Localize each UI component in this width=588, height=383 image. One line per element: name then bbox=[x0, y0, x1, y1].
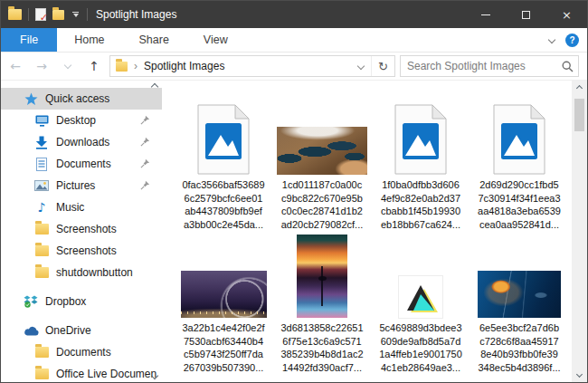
file-item[interactable]: 0fac3566baf53689 6c2579bcfc6ee01 ab44378… bbox=[176, 93, 270, 231]
scrollbar-thumb[interactable] bbox=[574, 99, 584, 131]
forward-button[interactable]: → bbox=[31, 55, 52, 77]
folder-icon bbox=[33, 245, 50, 256]
tab-file[interactable]: File bbox=[1, 28, 57, 52]
sidebar-item-pictures[interactable]: Pictures bbox=[1, 175, 162, 196]
folder-icon bbox=[33, 224, 50, 235]
file-grid: 0fac3566baf53689 6c2579bcfc6ee01 ab44378… bbox=[176, 93, 572, 374]
sidebar-item-documents[interactable]: Documents bbox=[1, 153, 162, 175]
help-icon[interactable]: ? bbox=[565, 34, 579, 47]
sidebar-item-downloads[interactable]: Downloads bbox=[1, 131, 162, 153]
file-item[interactable]: 3a22b1c4e42f0e2f 7530acbf63440b4 c5b9743… bbox=[176, 235, 270, 374]
dropbox-icon bbox=[23, 295, 39, 308]
folder-icon bbox=[33, 267, 50, 278]
properties-icon[interactable] bbox=[35, 8, 46, 21]
sidebar-item-label: shutdownbutton bbox=[56, 266, 133, 279]
titlebar-left: Spotlight Images bbox=[1, 8, 176, 21]
file-name: 1cd011187c0a00c c9bc822c670e95b c0c0ec28… bbox=[281, 178, 364, 231]
explorer-folder-icon bbox=[8, 9, 22, 20]
sidebar-item-label: Quick access bbox=[45, 92, 109, 105]
breadcrumb-arrow-icon: › bbox=[134, 60, 138, 72]
scroll-up-button[interactable] bbox=[572, 81, 587, 96]
image-file-icon bbox=[493, 104, 545, 175]
sunset-needle-photo-thumbnail bbox=[297, 235, 347, 318]
ribbon-right-controls: ? bbox=[549, 28, 587, 52]
pin-icon bbox=[140, 115, 150, 125]
file-thumbnail bbox=[394, 93, 447, 175]
sidebar-item-onedrive[interactable]: OneDrive bbox=[1, 320, 162, 341]
separator bbox=[28, 8, 29, 21]
sidebar-item-label: Screenshots bbox=[56, 223, 117, 235]
chevron-down-icon bbox=[64, 61, 71, 68]
minimize-button[interactable] bbox=[465, 1, 506, 28]
pin-icon bbox=[140, 180, 150, 190]
vertical-scrollbar[interactable] bbox=[572, 81, 587, 382]
file-item[interactable]: 5c469889d3bdee3 609de9afb8d5a7d 1a4ffeb1… bbox=[374, 235, 468, 374]
maximize-button[interactable] bbox=[506, 1, 546, 28]
close-icon: × bbox=[562, 9, 572, 21]
address-bar-right: ↻ bbox=[351, 56, 394, 76]
window-controls: × bbox=[465, 1, 587, 28]
sidebar-item-office-live-documents[interactable]: Office Live Documen bbox=[1, 363, 162, 382]
up-button[interactable]: ↑ bbox=[83, 55, 105, 77]
file-name: 1f0ba0dfbb3d606 4ef9c82e0ab2d37 cbabb1f4… bbox=[381, 178, 460, 231]
back-button[interactable]: ← bbox=[5, 55, 26, 77]
file-name: 5c469889d3bdee3 609de9afb8d5a7d 1a4ffeb1… bbox=[379, 321, 462, 374]
sidebar-item-music[interactable]: ♪ Music bbox=[1, 196, 162, 218]
triangle-logo-thumbnail bbox=[399, 276, 442, 318]
star-icon bbox=[23, 92, 39, 106]
search-icon bbox=[562, 61, 574, 72]
sidebar-item-dropbox[interactable]: Dropbox bbox=[1, 291, 162, 312]
sidebar-item-onedrive-documents[interactable]: Documents bbox=[1, 341, 162, 363]
file-item[interactable]: 3d6813858c22651 6f75e13c6a9c571 385239b4… bbox=[275, 235, 369, 374]
image-file-icon bbox=[197, 104, 250, 175]
explorer-window: Spotlight Images × File Home Share View … bbox=[0, 0, 588, 383]
breadcrumb-path[interactable]: Spotlight Images bbox=[144, 60, 224, 72]
search-box[interactable] bbox=[400, 55, 579, 77]
separator bbox=[87, 8, 88, 21]
customize-toolbar-dropdown-icon[interactable] bbox=[71, 10, 81, 19]
sidebar-item-screenshots[interactable]: Screenshots bbox=[1, 218, 162, 240]
file-item[interactable]: 1cd011187c0a00c c9bc822c670e95b c0c0ec28… bbox=[275, 93, 369, 231]
new-folder-icon[interactable] bbox=[52, 10, 64, 20]
sidebar-item-quick-access[interactable]: Quick access bbox=[1, 88, 162, 110]
sidebar-item-desktop[interactable]: Desktop bbox=[1, 110, 162, 131]
image-file-icon bbox=[394, 104, 447, 175]
tab-home[interactable]: Home bbox=[57, 28, 121, 52]
jellyfish-photo-thumbnail bbox=[478, 271, 561, 318]
sidebar-item-label: OneDrive bbox=[45, 324, 91, 337]
chevron-up-icon bbox=[576, 85, 583, 91]
search-input[interactable] bbox=[407, 60, 562, 72]
close-button[interactable]: × bbox=[546, 1, 587, 28]
file-item[interactable]: 6e5ee3bcf2a7d6b c728c6f8aa45917 8e40b93f… bbox=[472, 235, 566, 374]
address-bar[interactable]: › Spotlight Images ↻ bbox=[109, 55, 395, 77]
navigation-pane: Quick access Desktop Downloads Documents… bbox=[1, 81, 162, 382]
scroll-down-button[interactable] bbox=[572, 367, 587, 382]
file-name: 3a22b1c4e42f0e2f 7530acbf63440b4 c5b9743… bbox=[182, 321, 264, 374]
sidebar-item-label: Dropbox bbox=[45, 295, 86, 308]
refresh-button[interactable]: ↻ bbox=[371, 56, 394, 76]
monitor-icon bbox=[33, 115, 50, 127]
onedrive-cloud-icon bbox=[23, 326, 39, 336]
sidebar-item-shutdownbutton[interactable]: shutdownbutton bbox=[1, 262, 162, 283]
tab-view[interactable]: View bbox=[186, 28, 245, 52]
file-name: 2d69d290cc1fbd5 7c30914f34f1eea3 aa4818a… bbox=[478, 178, 561, 231]
document-icon bbox=[33, 158, 50, 171]
download-arrow-icon bbox=[33, 136, 50, 149]
recent-locations-button[interactable] bbox=[57, 55, 79, 77]
sidebar-item-screenshots-2[interactable]: Screenshots bbox=[1, 240, 162, 262]
file-thumbnail bbox=[181, 235, 267, 318]
file-item[interactable]: 1f0ba0dfbb3d606 4ef9c82e0ab2d37 cbabb1f4… bbox=[374, 93, 468, 231]
file-thumbnail bbox=[277, 93, 367, 175]
expand-ribbon-chevron-icon[interactable] bbox=[548, 36, 555, 43]
file-list-area: 0fac3566baf53689 6c2579bcfc6ee01 ab44378… bbox=[162, 81, 572, 382]
sidebar-item-label: Documents bbox=[56, 158, 111, 170]
tab-share[interactable]: Share bbox=[122, 28, 186, 52]
pin-icon bbox=[140, 158, 150, 168]
file-item[interactable]: 2d69d290cc1fbd5 7c30914f34f1eea3 aa4818a… bbox=[472, 93, 566, 231]
file-thumbnail bbox=[297, 235, 347, 318]
file-name: 3d6813858c22651 6f75e13c6a9c571 385239b4… bbox=[280, 321, 363, 374]
picture-icon bbox=[33, 180, 50, 191]
address-dropdown-button[interactable] bbox=[351, 56, 371, 76]
pin-icon bbox=[140, 137, 150, 147]
folder-icon bbox=[33, 369, 50, 379]
